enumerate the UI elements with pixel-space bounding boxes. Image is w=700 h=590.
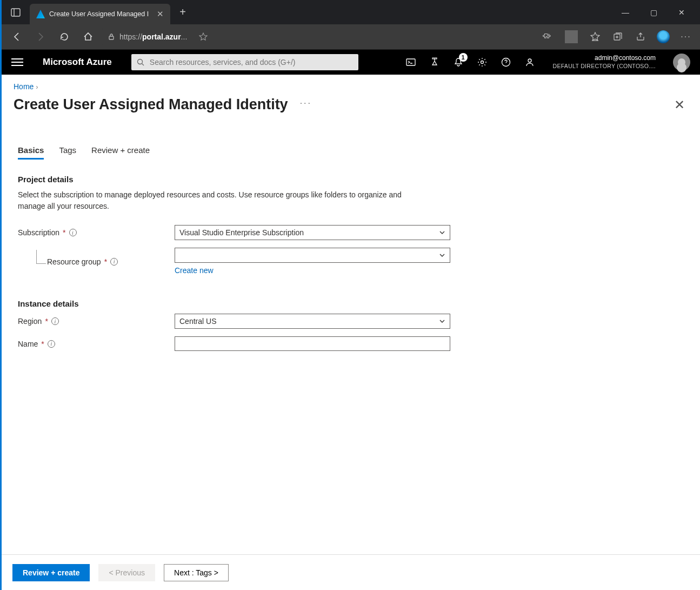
svg-point-11 xyxy=(528,59,531,62)
user-directory: DEFAULT DIRECTORY (CONTOSO.... xyxy=(553,63,656,70)
portal-menu-button[interactable] xyxy=(11,56,23,68)
svg-line-6 xyxy=(142,64,144,66)
page-menu-button[interactable]: ··· xyxy=(300,98,312,108)
instance-details-title: Instance details xyxy=(18,299,684,308)
page-header: Create User Assigned Managed Identity ··… xyxy=(2,94,700,113)
notification-badge: 1 xyxy=(459,53,468,62)
tab-review[interactable]: Review + create xyxy=(91,145,150,160)
breadcrumb: Home › xyxy=(2,75,700,94)
resource-group-dropdown[interactable] xyxy=(175,248,450,263)
region-dropdown[interactable]: Central US xyxy=(175,314,450,329)
name-label: Name xyxy=(18,340,38,348)
new-tab-button[interactable]: + xyxy=(175,4,191,21)
profile-picture[interactable] xyxy=(657,30,670,43)
chevron-right-icon: › xyxy=(36,83,38,91)
page-title: Create User Assigned Managed Identity xyxy=(14,96,288,113)
chevron-down-icon xyxy=(439,318,445,324)
svg-rect-7 xyxy=(406,59,415,65)
user-email: admin@contoso.com xyxy=(553,54,656,63)
collections-icon[interactable] xyxy=(611,30,624,43)
address-bar[interactable]: https://portal.azur... xyxy=(102,28,213,46)
subscription-label: Subscription xyxy=(18,228,59,237)
next-button[interactable]: Next : Tags > xyxy=(164,564,229,581)
svg-rect-2 xyxy=(109,36,114,39)
url-text: https://portal.azur... xyxy=(119,32,187,41)
tab-basics[interactable]: Basics xyxy=(18,145,44,160)
project-details-description: Select the subscription to manage deploy… xyxy=(18,189,429,212)
page-close-button[interactable]: ✕ xyxy=(671,97,688,112)
user-avatar-icon[interactable] xyxy=(673,54,690,71)
region-row: Region * i Central US xyxy=(18,314,684,329)
azure-banner: Microsoft Azure 1 admin@contoso.com DEFA… xyxy=(2,50,700,75)
extensions-icon[interactable] xyxy=(541,30,554,43)
browser-titlebar: Create User Assigned Managed I ✕ + — ▢ ✕ xyxy=(2,0,700,24)
previous-button: < Previous xyxy=(98,564,155,581)
breadcrumb-home[interactable]: Home xyxy=(14,82,34,91)
lock-icon xyxy=(108,33,115,41)
directory-filter-icon[interactable] xyxy=(429,56,441,68)
back-button[interactable] xyxy=(7,27,26,47)
search-icon xyxy=(137,58,144,66)
cloud-shell-icon[interactable] xyxy=(405,56,417,68)
chevron-down-icon xyxy=(439,229,445,236)
settings-icon[interactable] xyxy=(476,56,488,68)
home-button[interactable] xyxy=(78,27,98,47)
share-icon[interactable] xyxy=(634,30,647,43)
search-box[interactable] xyxy=(131,54,358,70)
favorite-button[interactable] xyxy=(199,32,208,41)
help-icon[interactable] xyxy=(500,56,512,68)
tabs: Basics Tags Review + create xyxy=(18,145,684,160)
svg-point-9 xyxy=(481,61,483,64)
required-indicator: * xyxy=(104,257,107,266)
tab-title: Create User Assigned Managed I xyxy=(49,10,149,18)
subscription-value: Visual Studio Enterprise Subscription xyxy=(179,228,304,237)
required-indicator: * xyxy=(45,317,48,326)
azure-favicon-icon xyxy=(36,10,45,18)
subscription-row: Subscription * i Visual Studio Enterpris… xyxy=(18,225,684,240)
favorites-icon[interactable] xyxy=(589,30,602,43)
svg-point-5 xyxy=(137,59,142,64)
region-label: Region xyxy=(18,317,42,326)
user-account[interactable]: admin@contoso.com DEFAULT DIRECTORY (CON… xyxy=(553,54,656,70)
chevron-down-icon xyxy=(439,252,445,258)
more-menu-icon[interactable]: ··· xyxy=(679,30,692,43)
svg-rect-0 xyxy=(11,9,20,16)
name-row: Name * i xyxy=(18,336,684,351)
window-close-button[interactable]: ✕ xyxy=(674,8,689,17)
azure-logo[interactable]: Microsoft Azure xyxy=(43,57,112,68)
required-indicator: * xyxy=(41,340,44,348)
resource-group-label: Resource group xyxy=(47,257,101,266)
tree-connector xyxy=(36,250,46,264)
project-details-title: Project details xyxy=(18,175,684,184)
footer: Review + create < Previous Next : Tags > xyxy=(2,554,700,590)
forward-button[interactable] xyxy=(31,27,50,47)
refresh-button[interactable] xyxy=(55,27,74,47)
name-input[interactable] xyxy=(175,336,450,351)
tab-close-button[interactable]: ✕ xyxy=(157,9,164,19)
window-minimize-button[interactable]: — xyxy=(618,8,633,17)
browser-toolbar: https://portal.azur... ··· xyxy=(2,24,700,50)
create-new-link[interactable]: Create new xyxy=(175,266,214,275)
info-icon[interactable]: i xyxy=(110,258,118,266)
toolbar-icons: ··· xyxy=(541,30,695,43)
search-input[interactable] xyxy=(150,58,353,67)
feedback-icon[interactable] xyxy=(524,56,536,68)
required-indicator: * xyxy=(63,228,65,237)
info-icon[interactable]: i xyxy=(48,340,55,348)
window-maximize-button[interactable]: ▢ xyxy=(646,8,661,17)
info-icon[interactable]: i xyxy=(69,229,77,236)
form-area: Basics Tags Review + create Project deta… xyxy=(2,113,700,351)
region-value: Central US xyxy=(179,317,216,326)
info-icon[interactable]: i xyxy=(51,317,59,325)
review-create-button[interactable]: Review + create xyxy=(12,564,90,581)
subscription-dropdown[interactable]: Visual Studio Enterprise Subscription xyxy=(175,225,450,240)
resource-group-row: Resource group * i Create new xyxy=(18,248,684,275)
tab-tags[interactable]: Tags xyxy=(59,145,76,160)
tab-actions-button[interactable] xyxy=(6,3,25,22)
browser-tab[interactable]: Create User Assigned Managed I ✕ xyxy=(30,4,170,24)
notifications-icon[interactable]: 1 xyxy=(452,56,464,68)
